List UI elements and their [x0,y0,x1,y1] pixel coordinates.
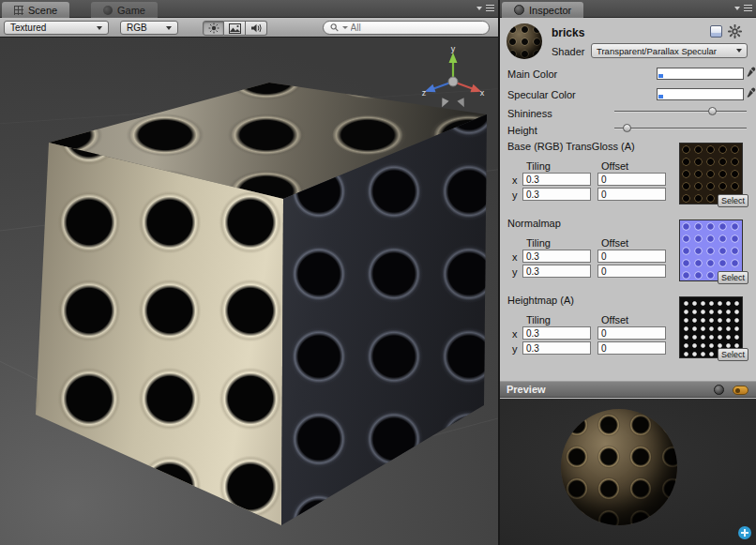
gizmo-center-cube[interactable] [448,77,458,86]
eyedropper-icon[interactable] [747,87,756,100]
eyedropper-icon[interactable] [747,67,756,80]
tiling-y-input[interactable] [522,341,591,355]
shader-value: Transparent/Parallax Specular [597,46,717,56]
chevron-down-icon [736,49,742,53]
scene-pane: Scene Game Textured RGB [0,0,498,545]
slider-thumb[interactable] [623,124,631,132]
scene-toolbar: Textured RGB [0,18,498,38]
select-texture-button[interactable]: Select [718,348,748,361]
neg-axis-cone[interactable] [457,98,467,109]
select-texture-button[interactable]: Select [718,271,748,284]
search-icon [330,23,340,33]
scene-viewport[interactable]: y x z [0,38,498,545]
height-label: Height [507,125,537,136]
lighting-toggle[interactable] [203,21,224,36]
select-texture-button[interactable]: Select [718,194,748,207]
slider-track [614,128,747,129]
section-title: Base (RGB) TransGloss (A) [507,141,635,152]
y-axis-label: y [451,44,456,53]
preview-area[interactable] [500,399,756,545]
inspector-icon [514,5,524,15]
specular-color-label: Specular Color [507,89,576,100]
y-row-label: y [512,189,518,201]
preview-title: Preview [507,384,546,395]
tiling-header: Tiling [526,237,551,249]
tiling-x-input[interactable] [522,250,591,263]
tiling-header: Tiling [526,314,551,325]
tiling-y-input[interactable] [522,265,591,278]
search-input[interactable] [351,23,482,33]
color-mode-dropdown[interactable]: RGB [120,21,178,35]
sun-icon [208,23,219,34]
slider-thumb[interactable] [708,107,717,115]
tab-game-label: Game [117,5,145,16]
offset-y-input[interactable] [597,188,666,201]
search-filter-chevron-icon[interactable] [342,26,348,29]
texture-section-heightmap: Heightmap (A) Tiling Offset x y Select [500,295,756,371]
section-title: Heightmap (A) [507,295,574,306]
tiling-y-input[interactable] [522,188,591,201]
chevron-down-icon [476,7,482,10]
material-sphere-icon [507,23,542,59]
y-axis-cone[interactable] [449,53,458,63]
offset-header: Offset [601,314,628,325]
offset-y-input[interactable] [597,341,666,355]
main-color-label: Main Color [507,68,557,80]
offset-x-input[interactable] [597,173,666,186]
x-row-label: x [512,174,518,186]
shader-label: Shader [552,46,584,57]
help-doc-icon[interactable] [710,25,722,38]
chevron-down-icon [734,7,740,10]
gear-icon[interactable] [728,24,742,38]
plus-icon[interactable] [738,526,751,539]
shininess-label: Shininess [507,108,552,119]
neg-axis-cone[interactable] [439,98,449,109]
x-axis-label: x [480,88,485,98]
offset-x-input[interactable] [597,326,666,340]
game-icon [103,6,113,15]
tiling-x-input[interactable] [522,326,591,340]
offset-header: Offset [601,237,628,249]
draw-mode-dropdown[interactable]: Textured [4,21,109,35]
preview-sphere-icon[interactable] [714,385,724,395]
audio-toggle[interactable] [246,21,267,36]
scene-panel-menu[interactable] [476,5,494,11]
draw-mode-value: Textured [10,23,46,33]
tiling-x-input[interactable] [522,173,591,186]
color-mode-value: RGB [127,23,147,33]
shininess-slider[interactable] [614,105,747,117]
offset-y-input[interactable] [597,265,666,278]
tiling-header: Tiling [526,160,551,172]
x-row-label: x [512,251,518,263]
texture-section-normalmap: Normalmap Tiling Offset x y Select [500,218,756,295]
chevron-down-icon [97,26,102,30]
height-slider[interactable] [614,122,747,134]
y-row-label: y [512,343,518,355]
z-axis-label: z [422,88,427,98]
material-preview-sphere [561,409,677,525]
speaker-icon [250,23,263,34]
view-toggles [203,21,267,36]
inspector-tabstrip: Inspector [500,0,756,18]
scene-search[interactable] [323,21,490,35]
tab-game[interactable]: Game [91,2,158,18]
tab-inspector[interactable]: Inspector [502,2,583,18]
specular-color-field[interactable] [657,88,744,100]
skybox-toggle[interactable] [224,21,246,36]
hamburger-icon [486,5,494,11]
material-name: bricks [552,26,584,39]
texture-section-base: Base (RGB) TransGloss (A) Tiling Offset … [500,141,756,218]
orientation-gizmo[interactable]: y x z [418,43,488,114]
y-row-label: y [512,266,518,278]
shader-dropdown[interactable]: Transparent/Parallax Specular [591,43,748,58]
tab-scene[interactable]: Scene [2,2,69,18]
inspector-pane: Inspector bricks Shader Transparent/Para… [500,0,756,545]
offset-header: Offset [601,160,628,172]
inspector-panel-menu[interactable] [734,5,752,11]
chevron-down-icon [166,26,172,30]
preview-light-toggle-icon[interactable] [733,386,748,395]
main-color-field[interactable] [657,68,744,80]
offset-x-input[interactable] [597,250,666,263]
section-title: Normalmap [507,218,561,229]
slider-track [614,111,747,112]
